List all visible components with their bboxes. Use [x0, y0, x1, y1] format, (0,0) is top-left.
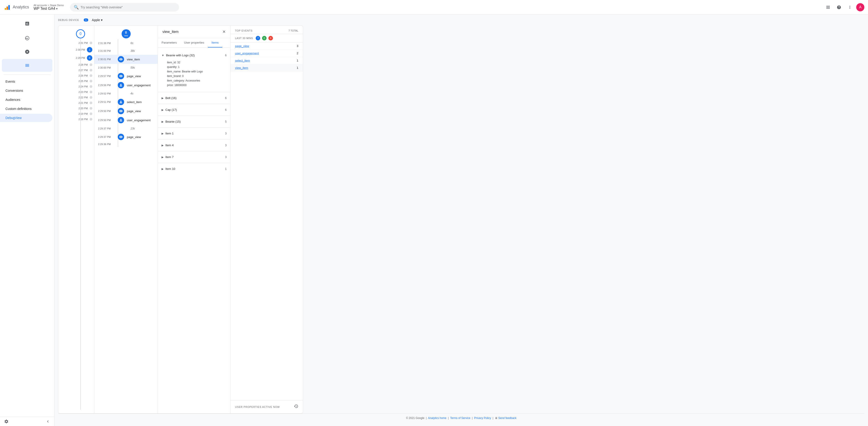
debug-device-label: DEBUG DEVICE: [58, 19, 79, 21]
sidebar-item-events[interactable]: Events: [0, 78, 53, 86]
badge-blue: 7: [256, 36, 260, 40]
help-button[interactable]: [834, 3, 843, 12]
sidebar-item-conversions[interactable]: Conversions: [0, 87, 53, 95]
timeline-item-222pm: 2:22 PM: [60, 95, 92, 100]
user-avatar[interactable]: A: [856, 3, 864, 11]
timeline-dot-numbered-229pm[interactable]: 6: [87, 55, 92, 61]
tab-parameters[interactable]: Parameters: [158, 38, 180, 48]
event-row-view-item[interactable]: 2:30:01 PM view_item: [94, 55, 158, 64]
event-row-last: 2:29:36 PM: [94, 141, 158, 147]
param-item-brand: item_brand: 0: [167, 74, 221, 78]
event-list-item-page-view[interactable]: page_view 3: [230, 42, 303, 50]
item-cap: ▶ Cap (17) 6: [158, 105, 230, 115]
item-belt-count: 6: [225, 96, 227, 100]
sidebar-item-custom-definitions-label: Custom definitions: [5, 107, 32, 111]
chevron-down-icon: ▼: [161, 54, 164, 57]
apps-button[interactable]: [824, 3, 833, 12]
sidebar-bottom: [0, 417, 54, 426]
collapse-sidebar-button[interactable]: [45, 419, 51, 424]
main-content: DEBUG DEVICE 1 Apple ▾ 0 2:31 PM: [55, 15, 868, 426]
sidebar-icon-home[interactable]: [22, 18, 33, 29]
sidebar-item-events-label: Events: [5, 80, 15, 83]
header: Analytics All accounts > Stape Demo WP T…: [0, 0, 868, 15]
event-row-duration-6s: 2:31:38 PM 6s: [94, 39, 158, 47]
item-beanie-header[interactable]: ▼ Beanie with Logo (32) 6: [161, 52, 227, 58]
item-4-header[interactable]: ▶ Item 4 3: [161, 142, 227, 148]
last-30-badges: 7 0 0: [256, 36, 273, 40]
footer-terms-link[interactable]: Terms of Service: [450, 417, 470, 420]
event-bubble-view-item: [118, 56, 124, 62]
account-name[interactable]: WP Test GA4 ▾: [34, 7, 64, 11]
event-list-item-user-engagement[interactable]: user_engagement 2: [230, 50, 303, 57]
event-row-duration-4s: 2:29:52 PM 4s: [94, 90, 158, 97]
item-beanie15-header[interactable]: ▶ Beanie (15) 5: [161, 118, 227, 125]
feedback-icon: 🖥: [495, 417, 498, 420]
event-list-item-select-item[interactable]: select_item 1: [230, 57, 303, 64]
event-list-item-view-item[interactable]: view_item 1: [230, 64, 303, 72]
sidebar-icon-reports[interactable]: [22, 33, 33, 44]
logo-area: Analytics: [4, 4, 29, 11]
timeline-dot-numbered-230pm[interactable]: 1: [87, 47, 92, 53]
sidebar-icon-configure[interactable]: [22, 60, 33, 71]
detail-close-button[interactable]: ✕: [222, 29, 226, 34]
item-cap-header[interactable]: ▶ Cap (17) 6: [161, 107, 227, 113]
sidebar-icon-explore[interactable]: [22, 46, 33, 57]
top-events-total: 7 TOTAL: [288, 29, 298, 32]
timeline-item-223pm: 2:23 PM: [60, 89, 92, 95]
sidebar-item-custom-definitions[interactable]: Custom definitions: [0, 105, 53, 113]
event-name-view-item: view_item: [235, 66, 297, 69]
item-10-header[interactable]: ▶ Item 10 1: [161, 166, 227, 172]
timeline-item-221pm: 2:21 PM: [60, 100, 92, 106]
event-bubble-user-engagement-2: [118, 117, 124, 123]
left-sidebar: Events Conversions Audiences Custom defi…: [0, 15, 55, 426]
search-bar[interactable]: 🔍: [70, 3, 179, 11]
param-quantity: quantity: 1: [167, 65, 221, 69]
event-row-user-engagement-2[interactable]: 2:29:50 PM user_engagement: [94, 116, 158, 125]
svg-rect-0: [5, 8, 6, 10]
param-item-name: item_name: Beanie with Logo: [167, 69, 221, 74]
item-belt: ▶ Belt (16) 6: [158, 93, 230, 103]
settings-icon[interactable]: [4, 419, 9, 424]
timeline-item-229pm: 2:29 PM 6: [60, 54, 92, 62]
timeline-dot-228pm: [90, 63, 92, 66]
item-belt-header[interactable]: ▶ Belt (16) 6: [161, 95, 227, 101]
badge-red: 0: [268, 36, 273, 40]
item-1-label: Item 1: [165, 132, 223, 135]
item-1: ▶ Item 1 3: [158, 129, 230, 138]
item-1-header[interactable]: ▶ Item 1 3: [161, 130, 227, 137]
chevron-right-icon-item10: ▶: [161, 167, 163, 171]
detail-tabs: Parameters User properties Items: [158, 38, 230, 48]
event-row-page-view-3[interactable]: 2:29:37 PM page_view: [94, 132, 158, 141]
detail-panel-title: view_item: [162, 30, 222, 34]
event-name-user-engagement: user_engagement: [235, 52, 297, 55]
event-row-select-item[interactable]: 2:29:51 PM select_item: [94, 97, 158, 107]
app-layout: Events Conversions Audiences Custom defi…: [0, 15, 868, 426]
sidebar-item-debugview[interactable]: DebugView: [0, 114, 53, 122]
more-options-button[interactable]: [845, 3, 855, 12]
item-7-label: Item 7: [165, 155, 223, 159]
param-item-id: item_id: 32: [167, 60, 221, 65]
last-30-mins-row: LAST 30 MINS 7 0 0: [230, 34, 303, 42]
sidebar-item-conversions-label: Conversions: [5, 89, 23, 92]
timeline-item-219pm: 2:19 PM: [60, 111, 92, 116]
footer-privacy-link[interactable]: Privacy Policy: [474, 417, 491, 420]
footer-feedback-link[interactable]: Send feedback: [498, 417, 516, 420]
event-count-user-engagement: 2: [297, 52, 298, 55]
footer-analytics-home-link[interactable]: Analytics home: [428, 417, 446, 420]
tab-user-properties[interactable]: User properties: [180, 38, 208, 48]
device-selector[interactable]: Apple ▾: [92, 18, 102, 22]
sidebar-item-audiences[interactable]: Audiences: [0, 95, 53, 104]
item-7-header[interactable]: ▶ Item 7 3: [161, 154, 227, 160]
timeline-item-224pm: 2:24 PM: [60, 84, 92, 89]
item-beanie-label: Beanie with Logo (32): [166, 54, 223, 57]
detail-panel-header: view_item ✕: [158, 26, 230, 38]
history-icon[interactable]: [294, 404, 298, 410]
search-input[interactable]: [81, 5, 175, 9]
item-beanie15-label: Beanie (15): [165, 120, 223, 123]
tab-items[interactable]: Items: [208, 38, 222, 48]
event-row-page-view-2[interactable]: 2:29:50 PM page_view: [94, 107, 158, 116]
event-row-page-view-1[interactable]: 2:29:57 PM page_view: [94, 72, 158, 81]
event-row-user-engagement-1[interactable]: 2:29:56 PM user_engagement: [94, 81, 158, 90]
detail-panel: view_item ✕ Parameters User properties I…: [158, 25, 230, 414]
debug-device-count: 1: [84, 19, 88, 22]
